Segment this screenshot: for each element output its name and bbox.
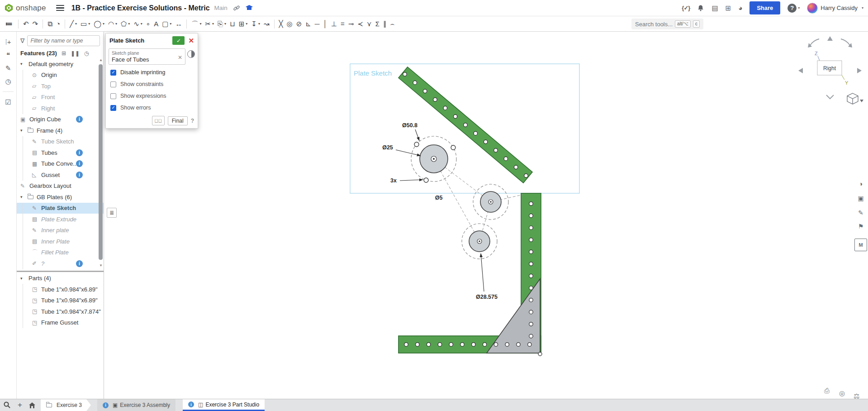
dropdown-caret-icon[interactable]: ▾ xyxy=(103,22,104,26)
share-link-icon[interactable] xyxy=(233,5,240,12)
circle-tool-icon[interactable]: ◯▾ xyxy=(92,19,106,28)
checkbox-row-show-expressions[interactable]: Show expressions xyxy=(106,90,198,102)
checkbox-row-show-constraints[interactable]: Show constraints xyxy=(106,78,198,90)
tab-exercise-3-folder[interactable]: Exercise 3 xyxy=(41,399,91,411)
plate-hole[interactable] xyxy=(529,310,533,314)
plate-hole[interactable] xyxy=(529,202,533,206)
corner-vertex-point[interactable] xyxy=(538,352,542,356)
paste-sketch-icon[interactable]: ⎘▾ xyxy=(216,19,228,28)
plate-hole[interactable] xyxy=(524,174,528,177)
versions-icon[interactable]: {✓} xyxy=(682,5,690,11)
plate-hole[interactable] xyxy=(529,262,533,266)
arc-tool-icon[interactable]: ◠▾ xyxy=(107,19,119,28)
dropdown-caret-icon[interactable]: ▾ xyxy=(199,22,201,26)
chevron-down-icon[interactable]: ▾ xyxy=(20,128,28,133)
plate-hole[interactable] xyxy=(529,238,533,242)
plate-hole[interactable] xyxy=(504,157,508,160)
tree-item-gb-plates-6[interactable]: ▾GB Plates (6) xyxy=(17,191,104,203)
plate-hole[interactable] xyxy=(483,343,486,346)
help-menu[interactable]: ? ▾ xyxy=(787,4,800,13)
midpoint-constraint-icon[interactable]: ⊾ xyxy=(304,19,313,28)
normal-constraint-icon[interactable]: ⋎ xyxy=(365,19,373,28)
dropdown-caret-icon[interactable]: ▾ xyxy=(224,22,226,26)
chevron-down-icon[interactable]: ▾ xyxy=(798,6,800,10)
add-folder-icon[interactable]: ⊞ xyxy=(62,50,66,57)
show-expressions-checkbox[interactable] xyxy=(110,93,116,99)
curvature-icon[interactable]: ⌢ xyxy=(389,19,396,28)
tree-item-item[interactable]: ✐?i xyxy=(17,258,104,269)
appearance-icon[interactable]: ◑ xyxy=(854,177,867,190)
plate-hole[interactable] xyxy=(484,140,487,143)
tree-item-origin-cube[interactable]: ▣Origin Cubei xyxy=(17,114,104,125)
rotate-down-arrow[interactable] xyxy=(826,95,834,99)
plate-hole[interactable] xyxy=(460,343,464,346)
add-tab-button[interactable]: + xyxy=(14,399,25,411)
plate-hole[interactable] xyxy=(529,298,533,302)
scroll-up-arrow[interactable]: ▲ xyxy=(99,58,103,62)
final-button[interactable]: Final xyxy=(168,116,188,125)
perpendicular-constraint-icon[interactable]: ⊥ xyxy=(330,19,338,28)
isometric-cube-icon[interactable] xyxy=(847,93,858,104)
custom-feature-icon[interactable]: ◔ xyxy=(55,19,62,28)
fillet-tool-icon[interactable]: ⌒▾ xyxy=(190,19,203,28)
plate-hole[interactable] xyxy=(474,131,477,135)
sketch-expression-icon[interactable]: Σ xyxy=(374,19,381,28)
plate-hole[interactable] xyxy=(413,81,417,84)
tree-item-front[interactable]: ▱Front xyxy=(17,92,104,103)
dropdown-caret-icon[interactable]: ▾ xyxy=(212,22,214,26)
comments-icon[interactable]: ❝ xyxy=(6,52,10,58)
plate-hole[interactable] xyxy=(517,343,520,346)
update-badge-icon[interactable]: i xyxy=(76,260,83,267)
tree-item-right[interactable]: ▱Right xyxy=(17,103,104,114)
plate-hole[interactable] xyxy=(494,148,498,152)
plate-hole[interactable] xyxy=(529,250,533,253)
dropdown-caret-icon[interactable]: ▾ xyxy=(88,22,90,26)
onshape-logo[interactable]: onshape xyxy=(5,4,46,13)
fix-constraint-icon[interactable]: ⊸ xyxy=(347,19,356,28)
features-list-toggle-icon[interactable]: ≔ xyxy=(3,19,15,29)
notifications-bell-icon[interactable] xyxy=(697,5,704,12)
offset-arrow-icon[interactable]: ↝ xyxy=(262,19,271,28)
equal-constraint-icon[interactable]: = xyxy=(339,19,346,28)
plate-hole[interactable] xyxy=(423,89,427,93)
tree-item-gearbox-layout[interactable]: ✎Gearbox Layout xyxy=(17,181,104,192)
tree-item-frame-4[interactable]: ▾Frame (4) xyxy=(17,125,104,136)
chevron-down-icon[interactable]: ▾ xyxy=(20,195,28,199)
named-views-icon[interactable]: ⚑ xyxy=(854,220,867,233)
disable-imprinting-checkbox[interactable] xyxy=(110,70,116,76)
scroll-down-arrow[interactable]: ▼ xyxy=(99,263,103,268)
text-tool-icon[interactable]: A xyxy=(152,19,160,28)
center-point-1[interactable] xyxy=(433,158,435,160)
chevron-down-icon[interactable]: ▾ xyxy=(20,276,28,281)
dropdown-caret-icon[interactable]: ▾ xyxy=(128,22,130,26)
user-menu[interactable]: Harry Cassidy ▾ xyxy=(807,3,863,14)
mate-connector-icon[interactable] xyxy=(187,50,195,58)
accept-check-button[interactable]: ✓ xyxy=(172,36,185,45)
show-constraints-checkbox[interactable] xyxy=(110,81,116,87)
small-hole-3[interactable] xyxy=(451,145,455,150)
use-project-icon[interactable]: ⊔ xyxy=(228,19,237,28)
parts-section-header[interactable]: ▾ Parts (4) xyxy=(17,273,104,284)
dimension-count[interactable]: 3x xyxy=(390,177,397,184)
dialog-header[interactable]: Plate Sketch ✓ ✕ xyxy=(106,33,198,48)
rollback-bar[interactable] xyxy=(17,271,104,272)
plate-hole[interactable] xyxy=(433,98,437,101)
gusset-plate[interactable] xyxy=(487,279,540,353)
app-store-icon[interactable]: ⊞ xyxy=(726,4,731,12)
part-item-tube-1-x0-984-x6-89[interactable]: ◳Tube 1"x0.984"x6.89" xyxy=(17,295,104,306)
center-point-3[interactable] xyxy=(479,240,480,242)
polygon-tool-icon[interactable]: ⬠▾ xyxy=(119,19,131,28)
plate-hole[interactable] xyxy=(416,343,419,346)
history-icon[interactable]: ◷ xyxy=(5,78,11,85)
import-dxf-icon[interactable]: ↧▾ xyxy=(250,19,261,28)
dropdown-caret-icon[interactable]: ▾ xyxy=(170,22,171,26)
edit-appearance-icon[interactable]: ✎ xyxy=(854,206,867,219)
chevron-down-icon[interactable]: ▾ xyxy=(20,62,28,66)
checkbox-row-disable-imprinting[interactable]: Disable imprinting xyxy=(106,67,198,78)
trim-tool-icon[interactable]: ✂▾ xyxy=(204,19,215,28)
point-tool-icon[interactable]: ∘ xyxy=(145,19,152,28)
cancel-x-button[interactable]: ✕ xyxy=(188,37,194,45)
slot-tool-icon[interactable]: ▢▾ xyxy=(161,19,173,28)
horizontal-constraint-icon[interactable]: ─ xyxy=(313,19,321,28)
plate-hole[interactable] xyxy=(528,343,531,346)
